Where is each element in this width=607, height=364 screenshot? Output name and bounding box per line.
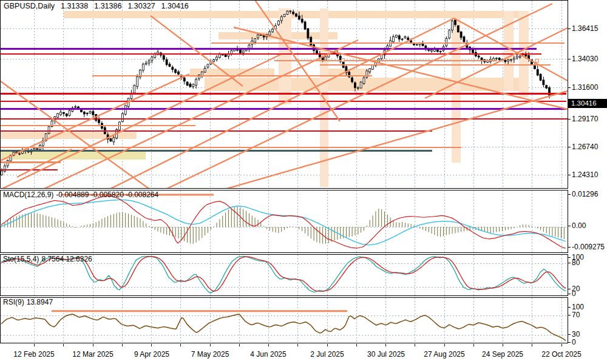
rsi-tick-label: 70 — [572, 311, 580, 319]
price-tick-label: 1.36415 — [572, 24, 598, 33]
rsi-values: 13.8947 — [27, 298, 53, 306]
rsi-tick-label: 100 — [572, 303, 584, 311]
rsi-tick-label: 30 — [572, 330, 580, 339]
time-axis[interactable]: 12 Feb 2025 12 Mar 2025 9 Apr 2025 7 May… — [0, 344, 607, 364]
macd-values: -0.004889 -0.005820 -0.008264 — [56, 190, 158, 199]
macd-tick-label: 0.01296 — [572, 190, 598, 198]
sto-name: Sto(15,5,4) — [3, 255, 39, 263]
macd-tick-label: -0.009275 — [572, 243, 605, 251]
date-tick-label: 7 May 2025 — [191, 350, 229, 359]
macd-indicator-label: MACD(12,26,9)-0.004889 -0.005820 -0.0082… — [3, 190, 161, 199]
macd-name: MACD(12,26,9) — [3, 190, 53, 199]
ohlc-low: 1.30327 — [127, 2, 155, 10]
date-tick-label: 12 Mar 2025 — [72, 350, 113, 359]
sto-indicator-label: Sto(15,5,4)8.7564 12.6326 — [3, 255, 95, 263]
macd-tick-label: 0.00 — [572, 221, 586, 230]
chart-window: GBPUSD,Daily1.313381.313861.303271.30416… — [0, 0, 607, 364]
ohlc-open: 1.31338 — [61, 2, 88, 10]
date-tick-label: 30 Jul 2025 — [367, 350, 405, 359]
date-tick-label: 9 Apr 2025 — [134, 350, 169, 359]
chart-title: GBPUSD,Daily1.313381.313861.303271.30416 — [4, 2, 195, 10]
date-tick-label: 2 Jul 2025 — [310, 350, 344, 359]
date-tick-label: 12 Feb 2025 — [13, 350, 54, 359]
ohlc-high: 1.31386 — [94, 2, 121, 10]
ohlc-close: 1.30416 — [161, 2, 189, 10]
price-tick-label: 1.31600 — [572, 83, 598, 92]
sto-tick-label: 80 — [572, 258, 580, 267]
price-axis[interactable]: 1.36415 1.34030 1.31600 1.29170 1.26740 … — [568, 0, 607, 344]
current-price-tag: 1.30416 — [568, 99, 607, 108]
date-tick-label: 24 Sep 2025 — [482, 350, 523, 359]
date-tick-label: 27 Aug 2025 — [424, 350, 464, 359]
price-tick-label: 1.34030 — [572, 55, 598, 63]
chart-canvas[interactable] — [0, 0, 607, 364]
sto-values: 8.7564 12.6326 — [41, 255, 92, 263]
price-tick-label: 1.29170 — [572, 115, 598, 123]
date-tick-label: 22 Oct 2025 — [541, 350, 581, 359]
rsi-indicator-label: RSI(9)13.8947 — [3, 298, 55, 306]
rsi-name: RSI(9) — [3, 298, 24, 306]
price-tick-label: 1.24310 — [572, 170, 598, 179]
symbol-timeframe: GBPUSD,Daily — [4, 2, 55, 10]
price-tick-label: 1.26740 — [572, 143, 598, 151]
date-tick-label: 4 Jun 2025 — [250, 350, 286, 359]
sto-tick-label: 0 — [572, 289, 576, 298]
